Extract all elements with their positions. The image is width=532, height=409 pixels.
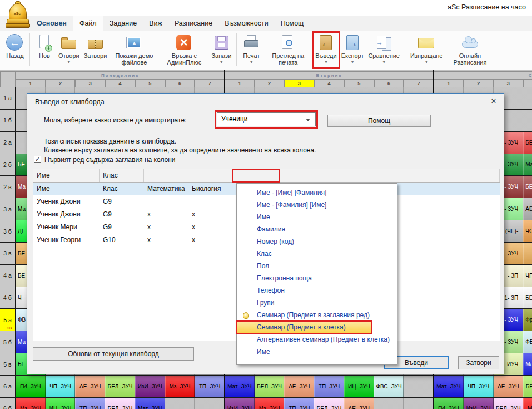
lesson-cell[interactable]: Мз- ЗУЧ bbox=[16, 398, 46, 409]
menu-item[interactable]: Име - [Фамилия] [Име] bbox=[237, 199, 397, 211]
lesson-cell[interactable]: БЕ bbox=[523, 132, 532, 154]
class-label[interactable]: 4 б bbox=[0, 287, 16, 309]
period-header[interactable]: 6 bbox=[374, 80, 404, 87]
period-header[interactable]: 5 bbox=[135, 80, 165, 87]
lesson-cell[interactable]: ТП- ЗУЧ bbox=[314, 376, 344, 397]
menu-item[interactable]: Име bbox=[237, 346, 397, 358]
menu-item[interactable]: Номер (код) bbox=[237, 235, 397, 248]
lesson-cell[interactable]: ИзИ- ЗУЧ bbox=[225, 398, 255, 409]
lesson-cell[interactable]: БЕЛ- ЗУЧ bbox=[105, 376, 135, 397]
close-icon[interactable]: × bbox=[489, 96, 499, 106]
menu-tab[interactable]: Помощ bbox=[275, 16, 310, 31]
lesson-cell[interactable]: БЕ bbox=[523, 176, 532, 198]
lesson-cell[interactable]: Ма bbox=[523, 353, 532, 375]
lesson-cell[interactable]: Мз- ЗУЧ bbox=[255, 398, 285, 409]
lesson-cell[interactable]: ФВ bbox=[523, 331, 532, 353]
period-header[interactable]: 4 bbox=[314, 80, 344, 87]
period-header[interactable]: 2 bbox=[255, 80, 285, 87]
period-header[interactable]: 2 bbox=[46, 80, 76, 87]
class-label[interactable]: 4 а bbox=[0, 265, 16, 287]
class-label[interactable]: 3 в bbox=[0, 243, 16, 264]
class-label[interactable]: 5 а13 bbox=[0, 309, 16, 331]
lesson-cell[interactable]: АЕ- ЗУЧ bbox=[344, 398, 374, 409]
lesson-cell[interactable]: ИЦ- ЗУЧ bbox=[344, 376, 374, 397]
class-label[interactable]: 5 б bbox=[0, 331, 16, 353]
toolbar-button[interactable]: Печат▾ bbox=[240, 32, 263, 68]
lesson-cell[interactable]: ГИ- ЗУЧ bbox=[434, 398, 464, 409]
lesson-cell[interactable]: АЕ- ЗУЧ bbox=[75, 376, 105, 397]
menu-item[interactable]: Име bbox=[237, 211, 397, 223]
class-label[interactable]: 2 а bbox=[0, 132, 16, 154]
lesson-cell[interactable]: ИзИ- ЗУЧ bbox=[135, 376, 165, 397]
lesson-cell[interactable]: Мат- ЗУЧ bbox=[135, 398, 165, 409]
menu-tab[interactable]: Виж bbox=[143, 16, 168, 31]
column-header[interactable] bbox=[233, 169, 279, 182]
toolbar-button[interactable]: Онлайн Разписания bbox=[445, 32, 495, 68]
lesson-cell[interactable]: ЧП- ЗУЧ bbox=[464, 376, 494, 397]
period-header[interactable]: 5 bbox=[344, 80, 374, 87]
menu-tab[interactable]: Файл bbox=[73, 16, 103, 31]
lesson-cell[interactable]: ТП- ЗУЧ bbox=[284, 398, 314, 409]
toolbar-button[interactable]: Назад bbox=[3, 32, 27, 68]
lesson-cell[interactable]: Мз- ЗУЧ bbox=[523, 398, 532, 409]
lesson-cell[interactable]: АЕ- ЗУЧ bbox=[494, 376, 524, 397]
lesson-cell[interactable]: БЕЛ- ЗУЧ bbox=[523, 376, 532, 397]
lesson-cell[interactable]: ЧО bbox=[523, 220, 532, 242]
lesson-cell[interactable] bbox=[523, 243, 532, 264]
class-label[interactable]: 3 а bbox=[0, 198, 16, 220]
menu-item[interactable]: Клас bbox=[237, 248, 397, 260]
class-label[interactable]: 1 а bbox=[0, 87, 16, 109]
menu-tab[interactable]: Основен bbox=[31, 16, 73, 31]
menu-item[interactable]: Име - [Име] [Фамилия] bbox=[237, 186, 397, 199]
period-header[interactable]: 7 bbox=[195, 80, 225, 87]
period-header[interactable]: 3 bbox=[75, 80, 105, 87]
first-row-headers-checkbox[interactable]: ✓ bbox=[34, 156, 41, 163]
toolbar-button[interactable]: Затвори bbox=[82, 32, 110, 68]
class-label[interactable]: 2 б bbox=[0, 154, 16, 176]
toolbar-button[interactable]: Въведи▾ bbox=[313, 32, 339, 68]
period-header[interactable]: 1 bbox=[434, 80, 464, 87]
menu-tab[interactable]: Възможности bbox=[218, 16, 274, 31]
lesson-cell[interactable]: Мат- ЗУЧ bbox=[225, 376, 255, 397]
lesson-cell[interactable]: АЕ ЗУ bbox=[523, 198, 532, 220]
class-label[interactable]: 6 б bbox=[0, 398, 16, 409]
toolbar-button[interactable]: Изпращане▾ bbox=[408, 32, 445, 68]
menu-item[interactable]: Семинар (Предмет в клетка) bbox=[237, 321, 371, 333]
toolbar-button[interactable]: Запази▾ bbox=[209, 32, 233, 68]
period-header[interactable]: 4 bbox=[105, 80, 135, 87]
class-label[interactable]: 2 в bbox=[0, 176, 16, 198]
lesson-cell[interactable]: ЧП bbox=[523, 265, 532, 287]
menu-item[interactable]: Електронна поща bbox=[237, 272, 397, 284]
toolbar-button[interactable]: Връзка с АдминПлюс bbox=[159, 32, 209, 68]
period-header[interactable]: 1 bbox=[16, 80, 46, 87]
column-header[interactable]: Клас bbox=[100, 169, 144, 182]
lesson-cell[interactable]: ТП- ЗУЧ bbox=[75, 398, 105, 409]
period-header[interactable]: 3 bbox=[284, 80, 314, 87]
lesson-cell[interactable]: Мз- ЗУЧ bbox=[165, 376, 195, 397]
column-header[interactable] bbox=[144, 169, 188, 182]
toolbar-button[interactable]: Покажи демо файлове bbox=[109, 32, 159, 68]
menu-item[interactable]: Групи bbox=[237, 297, 397, 309]
lesson-cell[interactable]: Фр bbox=[523, 309, 532, 331]
menu-item[interactable]: Семинар (Предмет в заглавния ред) bbox=[237, 309, 397, 321]
column-header[interactable]: Име bbox=[33, 169, 100, 182]
lesson-cell[interactable]: ТП- ЗУЧ bbox=[195, 376, 225, 397]
period-header[interactable]: 7 bbox=[404, 80, 434, 87]
menu-item[interactable]: Фамилия bbox=[237, 223, 397, 235]
class-label[interactable]: 3 б bbox=[0, 220, 16, 242]
lesson-cell[interactable]: ГИ- ЗУЧ bbox=[16, 376, 46, 397]
lesson-cell[interactable]: Ма bbox=[523, 154, 532, 176]
lesson-cell[interactable]: Мат- ЗУЧ bbox=[434, 376, 464, 397]
period-header[interactable]: 6 bbox=[165, 80, 195, 87]
class-label[interactable]: 5 в bbox=[0, 353, 16, 375]
import-type-dropdown[interactable]: Ученици bbox=[217, 112, 316, 126]
toolbar-button[interactable]: Нов bbox=[33, 32, 56, 68]
class-label[interactable]: 1 б bbox=[0, 110, 16, 131]
lesson-cell[interactable]: БЕЛ- ЗУЧ bbox=[105, 398, 135, 409]
class-label[interactable]: 6 а bbox=[0, 376, 16, 397]
toolbar-button[interactable]: Отвори▾ bbox=[56, 32, 82, 68]
help-button[interactable]: Помощ bbox=[327, 115, 431, 127]
toolbar-button[interactable]: Преглед на печата bbox=[263, 32, 313, 68]
lesson-cell[interactable]: АЕ- ЗУЧ bbox=[284, 376, 314, 397]
menu-item[interactable]: Телефон bbox=[237, 284, 397, 297]
